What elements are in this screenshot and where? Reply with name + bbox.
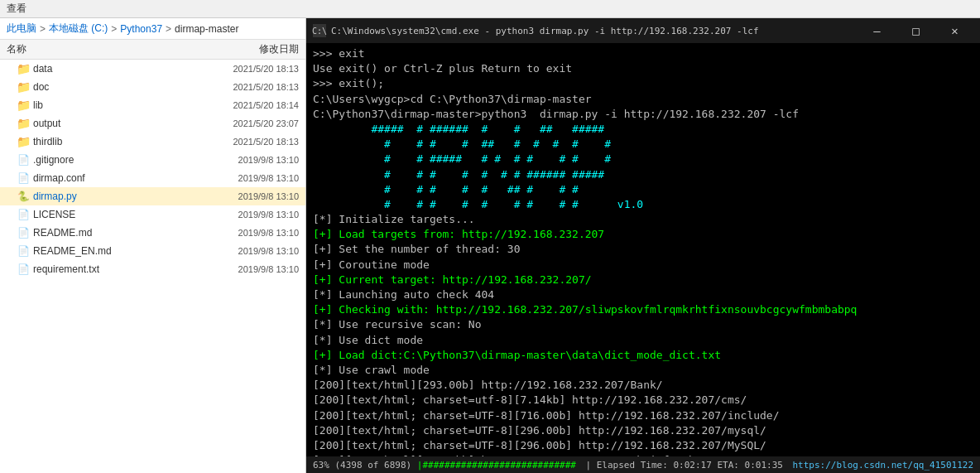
folder-icon: 📁 xyxy=(17,117,30,130)
cmd-window: C:\ C:\Windows\system32\cmd.exe - python… xyxy=(306,18,980,473)
cmd-line: # # ##### # # # # # # # xyxy=(313,152,973,167)
file-date: 2019/9/8 13:10 xyxy=(199,191,299,201)
file-name: output xyxy=(33,118,199,129)
list-item[interactable]: 🐍 dirmap.py 2019/9/8 13:10 xyxy=(0,187,305,205)
file-name: data xyxy=(33,63,199,75)
cmd-line: [200][text/html][293.00b] http://192.168… xyxy=(313,378,973,393)
file-name: thirdlib xyxy=(33,136,199,147)
file-name: lib xyxy=(33,99,199,111)
cmd-line: # # # # # # # # # v1.0 xyxy=(313,197,973,212)
list-item[interactable]: 📄 README_EN.md 2019/9/8 13:10 xyxy=(0,242,305,260)
breadcrumb-python[interactable]: Python37 xyxy=(120,23,162,35)
file-date: 2021/5/20 18:13 xyxy=(199,82,299,92)
file-date: 2019/9/8 13:10 xyxy=(199,246,299,256)
file-date: 2019/9/8 13:10 xyxy=(199,210,299,220)
file-date: 2021/5/20 18:14 xyxy=(199,100,299,110)
list-item[interactable]: 📁 doc 2021/5/20 18:13 xyxy=(0,78,305,96)
folder-icon: 📁 xyxy=(17,99,30,112)
list-item[interactable]: 📁 lib 2021/5/20 18:14 xyxy=(0,96,305,114)
cmd-line: # # # # # ## # # # xyxy=(313,182,973,197)
list-item[interactable]: 📄 .gitignore 2019/9/8 13:10 xyxy=(0,151,305,169)
cmd-line: C:\Users\wygcp>cd C:\Python37\dirmap-mas… xyxy=(313,92,973,107)
file-name: requirement.txt xyxy=(33,263,199,275)
cmd-line: [200][text/html; charset=utf-8][7.14kb] … xyxy=(313,393,973,408)
folder-icon: 📁 xyxy=(17,80,30,94)
breadcrumb-drive[interactable]: 本地磁盘 (C:) xyxy=(49,22,108,36)
cmd-content[interactable]: >>> exit Use exit() or Ctrl-Z plus Retur… xyxy=(306,43,980,456)
url-text: https://blog.csdn.net/qq_41501122 xyxy=(792,460,973,471)
file-explorer: 此电脑 > 本地磁盘 (C:) > Python37 > dirmap-mast… xyxy=(0,18,306,473)
cmd-icon: C:\ xyxy=(313,24,326,37)
file-icon: 📄 xyxy=(17,244,30,258)
minimize-button[interactable]: — xyxy=(858,18,896,43)
list-item[interactable]: 📄 LICENSE 2019/9/8 13:10 xyxy=(0,205,305,224)
cmd-line: >>> exit xyxy=(313,46,973,61)
file-icon: 📄 xyxy=(17,208,30,221)
cmd-line: [+] Set the number of thread: 30 xyxy=(313,242,973,257)
file-date: 2019/9/8 13:10 xyxy=(199,228,299,238)
file-name: README_EN.md xyxy=(33,245,199,257)
cmd-line: [*] Use dict mode xyxy=(313,333,973,348)
cmd-line: # # # # # # # ###### ##### xyxy=(313,167,973,182)
cmd-title: C:\Windows\system32\cmd.exe - python3 di… xyxy=(331,26,858,36)
main-layout: 此电脑 > 本地磁盘 (C:) > Python37 > dirmap-mast… xyxy=(0,18,980,473)
cmd-line: [*] Use recursive scan: No xyxy=(313,317,973,332)
list-item[interactable]: 📄 requirement.txt 2019/9/8 13:10 xyxy=(0,260,305,278)
close-button[interactable]: ✕ xyxy=(936,18,973,43)
list-item[interactable]: 📁 thirdlib 2021/5/20 18:13 xyxy=(0,133,305,151)
folder-icon: 📁 xyxy=(17,62,30,75)
list-item[interactable]: 📄 README.md 2019/9/8 13:10 xyxy=(0,224,305,242)
cmd-line: C:\Python37\dirmap-master>python3 dirmap… xyxy=(313,107,973,122)
cmd-line: [+] Load targets from: http://192.168.23… xyxy=(313,227,973,242)
sep1: > xyxy=(40,23,46,35)
list-item[interactable]: 📁 data 2021/5/20 18:13 xyxy=(0,60,305,78)
file-name: dirmap.py xyxy=(33,191,199,202)
breadcrumb-computer[interactable]: 此电脑 xyxy=(7,22,36,36)
cmd-status-bar: 63% (4398 of 6898) |####################… xyxy=(306,456,980,473)
top-bar: 查看 xyxy=(0,0,980,18)
cmd-titlebar: C:\ C:\Windows\system32\cmd.exe - python… xyxy=(306,18,980,43)
file-name: LICENSE xyxy=(33,209,199,220)
cmd-line: [+] Current target: http://192.168.232.2… xyxy=(313,273,973,287)
breadcrumb-dirmap: dirmap-master xyxy=(175,23,238,35)
top-bar-label: 查看 xyxy=(7,2,26,16)
list-item[interactable]: 📄 dirmap.conf 2019/9/8 13:10 xyxy=(0,169,305,187)
cmd-line: # # # # ## # # # # # xyxy=(313,137,973,152)
cmd-line: [*] Initialize targets... xyxy=(313,212,973,227)
list-item[interactable]: 📁 output 2021/5/20 23:07 xyxy=(0,114,305,133)
breadcrumb-bar: 此电脑 > 本地磁盘 (C:) > Python37 > dirmap-mast… xyxy=(0,18,305,40)
file-icon: 📄 xyxy=(17,226,30,239)
file-name: README.md xyxy=(33,227,199,239)
cmd-line: ##### # ###### # # ## ##### xyxy=(313,122,973,137)
progress-percent: 63% (4398 of 6898) xyxy=(313,460,417,471)
file-name: .gitignore xyxy=(33,154,199,166)
cmd-line: [*] Launching auto check 404 xyxy=(313,287,973,302)
cmd-line: >>> exit(); xyxy=(313,76,973,91)
cmd-line: Use exit() or Ctrl-Z plus Return to exit xyxy=(313,61,973,76)
file-name: dirmap.conf xyxy=(33,172,199,184)
cmd-line: [200][text/html; charset=UTF-8][296.00b]… xyxy=(313,438,973,453)
sep2: > xyxy=(111,23,117,35)
file-icon: 📄 xyxy=(17,263,30,276)
sep3: > xyxy=(166,23,171,35)
cmd-line: [+] Coroutine mode xyxy=(313,258,973,273)
progress-hashes: |############################ xyxy=(417,460,576,471)
folder-icon: 📁 xyxy=(17,135,30,148)
file-icon: 📄 xyxy=(17,153,30,167)
cmd-line: [*] Use crawl mode xyxy=(313,363,973,378)
file-date: 2021/5/20 18:13 xyxy=(199,64,299,74)
file-list: 📁 data 2021/5/20 18:13 📁 doc 2021/5/20 1… xyxy=(0,60,305,473)
file-date: 2019/9/8 13:10 xyxy=(199,173,299,183)
file-date: 2019/9/8 13:10 xyxy=(199,264,299,274)
col-header-date: 修改日期 xyxy=(199,42,299,56)
maximize-button[interactable]: □ xyxy=(897,18,934,43)
progress-text: 63% (4398 of 6898) |####################… xyxy=(313,460,576,471)
file-date: 2021/5/20 18:13 xyxy=(199,137,299,147)
elapsed-time: | Elapsed Time: 0:02:17 ETA: 0:01:35 xyxy=(585,460,782,471)
cmd-titlebar-buttons: — □ ✕ xyxy=(858,18,973,43)
cmd-line: [200][text/html; charset=UTF-8][296.00b]… xyxy=(313,423,973,438)
cmd-line: [200][text/html; charset=UTF-8][716.00b]… xyxy=(313,408,973,423)
col-header-name: 名称 xyxy=(7,42,199,56)
file-date: 2019/9/8 13:10 xyxy=(199,155,299,165)
file-name: doc xyxy=(33,81,199,93)
